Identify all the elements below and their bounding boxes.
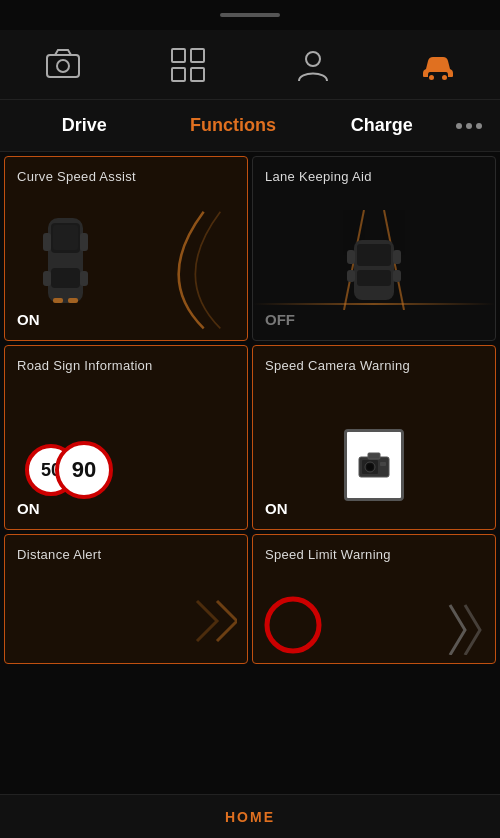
card-curve-speed-assist[interactable]: Curve Speed Assist ON [4, 156, 248, 341]
svg-rect-24 [357, 270, 391, 286]
speed-sign-90: 90 [55, 441, 113, 499]
camera-sign-illustration [344, 429, 404, 501]
card-speed-limit-warning[interactable]: Speed Limit Warning [252, 534, 496, 664]
svg-point-35 [267, 599, 319, 651]
home-label[interactable]: HOME [225, 809, 275, 825]
svg-rect-26 [393, 250, 401, 264]
road-sign-information-status: ON [17, 500, 235, 517]
tab-bar: Drive Functions Charge [0, 100, 500, 152]
svg-rect-16 [80, 271, 88, 286]
svg-point-7 [306, 52, 320, 66]
svg-rect-4 [191, 49, 204, 62]
dot-3 [476, 123, 482, 129]
person-nav-icon[interactable] [291, 43, 335, 87]
svg-rect-23 [357, 244, 391, 266]
distance-illustration [157, 591, 237, 651]
speed-camera-warning-title: Speed Camera Warning [265, 358, 483, 375]
svg-rect-34 [368, 453, 380, 459]
svg-rect-15 [43, 271, 51, 286]
distance-alert-title: Distance Alert [17, 547, 235, 564]
card-lane-keeping-aid[interactable]: Lane Keeping Aid OFF [252, 156, 496, 341]
lane-keeping-aid-title: Lane Keeping Aid [265, 169, 483, 186]
tab-functions[interactable]: Functions [159, 100, 308, 151]
svg-rect-0 [47, 55, 79, 77]
tab-drive[interactable]: Drive [10, 100, 159, 151]
svg-rect-28 [393, 270, 401, 282]
speed-limit-arrow [445, 600, 485, 655]
card-distance-alert[interactable]: Distance Alert [4, 534, 248, 664]
svg-rect-9 [442, 75, 447, 80]
status-bar-indicator [220, 13, 280, 17]
curve-speed-assist-title: Curve Speed Assist [17, 169, 235, 186]
speed-limit-warning-title: Speed Limit Warning [265, 547, 483, 564]
svg-marker-1 [55, 50, 71, 55]
svg-rect-19 [68, 298, 78, 303]
svg-rect-3 [172, 49, 185, 62]
nav-bar [0, 30, 500, 100]
dot-1 [456, 123, 462, 129]
svg-rect-12 [51, 268, 80, 288]
card-speed-camera-warning[interactable]: Speed Camera Warning ON [252, 345, 496, 530]
camera-nav-icon[interactable] [41, 43, 85, 87]
svg-rect-27 [347, 270, 355, 282]
svg-rect-6 [191, 68, 204, 81]
road-signs-illustration: 50 90 [25, 441, 83, 499]
curve-car-illustration [33, 213, 98, 308]
card-road-sign-information[interactable]: Road Sign Information 50 90 ON [4, 345, 248, 530]
bottom-nav: HOME [0, 794, 500, 838]
car-nav-icon[interactable] [416, 43, 460, 87]
status-bar [0, 0, 500, 30]
svg-rect-17 [53, 225, 78, 250]
camera-sign-icon [354, 445, 394, 485]
functions-grid: Curve Speed Assist ON Lane Keeping Aid [0, 152, 500, 668]
dot-2 [466, 123, 472, 129]
curve-arc-illustration [137, 210, 237, 330]
svg-point-32 [367, 464, 373, 470]
svg-rect-14 [80, 233, 88, 251]
svg-rect-18 [53, 298, 63, 303]
svg-rect-13 [43, 233, 51, 251]
speed-limit-illustration [263, 595, 323, 655]
lane-illustration [263, 210, 485, 310]
svg-rect-8 [429, 75, 434, 80]
svg-point-2 [57, 60, 69, 72]
lane-keeping-aid-status: OFF [265, 311, 483, 328]
grid-nav-icon[interactable] [166, 43, 210, 87]
road-sign-information-title: Road Sign Information [17, 358, 235, 375]
speed-camera-warning-status: ON [265, 500, 483, 517]
more-options-dots[interactable] [456, 123, 490, 129]
tab-charge[interactable]: Charge [307, 100, 456, 151]
svg-rect-5 [172, 68, 185, 81]
svg-rect-33 [380, 462, 386, 466]
svg-rect-25 [347, 250, 355, 264]
